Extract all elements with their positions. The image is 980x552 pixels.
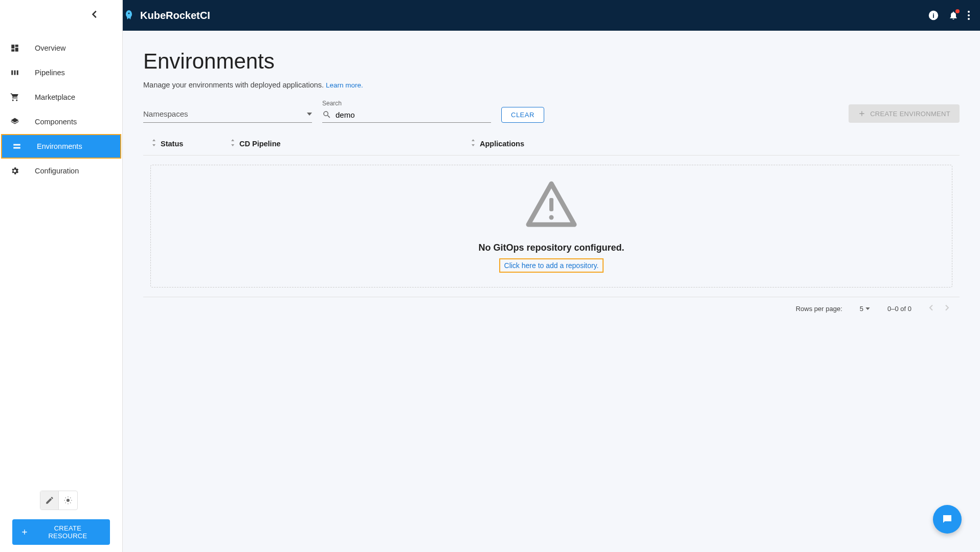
column-status[interactable]: Status [148,139,230,148]
warning-icon [523,180,580,228]
svg-point-3 [128,13,130,14]
search-group: Search [322,107,491,123]
table-header: Status CD Pipeline Applications [143,130,960,156]
svg-point-7 [968,14,970,16]
sidebar-item-label: Pipelines [35,69,65,77]
sort-icon [151,139,157,148]
svg-point-10 [549,215,554,220]
chat-fab[interactable] [933,505,962,534]
brand[interactable]: KubeRocketCI [123,9,210,21]
svg-rect-0 [13,144,20,146]
next-page-button[interactable] [945,304,949,313]
sidebar-item-label: Environments [37,142,82,150]
cart-icon [9,92,20,103]
sidebar-nav: Overview Pipelines Marketplace Component… [0,31,122,483]
sidebar: Overview Pipelines Marketplace Component… [0,0,123,552]
app-header: KubeRocketCI i [0,0,980,31]
info-icon[interactable]: i [928,10,939,21]
sort-icon [471,139,476,148]
add-repository-link[interactable]: Click here to add a repository. [504,261,599,270]
chat-icon [941,513,953,525]
main-content: Environments Manage your environments wi… [123,31,980,552]
sidebar-item-overview[interactable]: Overview [0,36,122,60]
sidebar-header [0,0,122,31]
column-applications[interactable]: Applications [471,139,954,148]
rows-per-page-label: Rows per page: [796,305,842,313]
collapse-sidebar-icon[interactable] [92,10,97,20]
create-resource-label: CREATE RESOURCE [34,524,102,540]
page-subtitle: Manage your environments with deployed a… [143,81,960,89]
clear-button[interactable]: CLEAR [501,107,544,123]
sidebar-item-environments[interactable]: Environments [1,134,121,159]
column-cd-pipeline[interactable]: CD Pipeline [230,139,471,148]
notifications-icon[interactable] [948,10,959,20]
pagination: Rows per page: 5 0–0 of 0 [143,297,960,313]
prev-page-button[interactable] [929,304,933,313]
chevron-down-icon [307,113,312,116]
create-resource-button[interactable]: CREATE RESOURCE [12,519,110,545]
header-actions: i [928,10,970,21]
create-environment-button[interactable]: CREATE ENVIRONMENT [849,104,960,123]
sidebar-item-marketplace[interactable]: Marketplace [0,85,122,109]
chevron-down-icon [865,307,870,310]
search-input[interactable] [336,111,491,119]
svg-rect-1 [13,147,20,149]
namespaces-label: Namespaces [143,109,188,118]
sort-icon [230,139,235,148]
filter-row: Namespaces Search CLEAR CREATE ENVIRONME… [143,104,960,123]
sidebar-item-configuration[interactable]: Configuration [0,159,122,183]
theme-dark-button[interactable] [59,491,77,510]
svg-point-8 [968,18,970,20]
page-title: Environments [143,49,960,74]
search-label: Search [322,100,342,107]
plus-icon [20,528,29,536]
svg-point-6 [968,11,970,13]
learn-more-link[interactable]: Learn more. [326,81,363,89]
more-icon[interactable] [968,11,970,20]
sidebar-item-label: Components [35,118,77,126]
namespaces-select[interactable]: Namespaces [143,105,312,123]
empty-title: No GitOps repository configured. [151,242,952,253]
search-icon [322,110,331,119]
gear-icon [9,165,20,176]
environments-icon [11,141,23,152]
dashboard-icon [9,42,20,54]
theme-light-button[interactable] [40,491,59,510]
layers-icon [9,116,20,127]
rows-per-page-select[interactable]: 5 [860,305,870,313]
svg-point-2 [66,499,70,502]
sidebar-item-label: Marketplace [35,93,75,101]
page-range: 0–0 of 0 [887,305,911,313]
sidebar-item-pipelines[interactable]: Pipelines [0,60,122,85]
sidebar-item-components[interactable]: Components [0,109,122,134]
empty-state: No GitOps repository configured. Click h… [150,165,952,288]
sidebar-item-label: Configuration [35,167,79,175]
svg-text:i: i [932,12,934,19]
pipelines-icon [9,67,20,78]
sidebar-footer: CREATE RESOURCE [0,483,122,552]
brand-text: KubeRocketCI [140,10,210,21]
plus-icon [858,109,866,118]
notification-dot [955,9,960,13]
sidebar-item-label: Overview [35,44,65,52]
theme-toggle-group [40,491,78,510]
rocket-icon [123,9,135,21]
svg-rect-9 [549,198,553,211]
